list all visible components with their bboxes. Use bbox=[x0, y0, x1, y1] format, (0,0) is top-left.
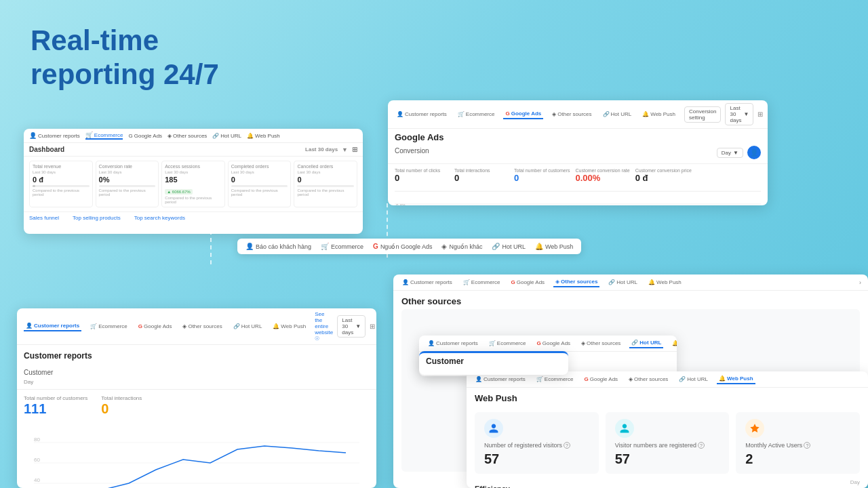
wp-nav-ecommerce[interactable]: 🛒 Ecommerce bbox=[534, 375, 576, 384]
dashboard-period: Last 30 days bbox=[305, 146, 338, 152]
dashboard-footer: Sales funnel Top selling products Top se… bbox=[24, 211, 363, 224]
gads-conversion: Conversion Day ▼ 👤 bbox=[388, 146, 768, 164]
day-btn[interactable]: Day ▼ bbox=[717, 148, 743, 158]
cr-subtitle-row: Customer Day bbox=[17, 364, 376, 390]
fnav-customer-label: Báo cáo khách hàng bbox=[256, 243, 311, 250]
footer-top-searches[interactable]: Top search keywords bbox=[134, 215, 185, 221]
wp-nav-customer[interactable]: 👤 Customer reports bbox=[473, 375, 528, 384]
wp-day-label: Day bbox=[850, 479, 860, 485]
nav-google-ads[interactable]: G Google Ads bbox=[128, 133, 162, 139]
wp-reg-label: Number of registered visitors ? bbox=[484, 442, 589, 449]
gads-metric-customers: Total number of customers 0 bbox=[514, 168, 570, 183]
fnav-ecommerce[interactable]: 🛒 Ecommerce bbox=[321, 243, 363, 250]
gads-metric-interactions: Total interactions 0 bbox=[454, 168, 509, 183]
cr-nav-webpush[interactable]: 🔔 Web Push bbox=[271, 322, 308, 331]
osrc-nav-top: 👤 Customer reports 🛒 Ecommerce G Google … bbox=[393, 274, 868, 291]
wp-person-check-icon bbox=[615, 419, 634, 438]
nav-web-push[interactable]: 🔔 Web Push bbox=[247, 133, 280, 139]
dashboard-nav: 👤 Customer reports 🛒 Ecommerce G Google … bbox=[24, 129, 363, 143]
fnav-customer-reports[interactable]: 👤 Báo cáo khách hàng bbox=[245, 243, 311, 250]
gads-nav-other[interactable]: ◈ Other sources bbox=[550, 110, 593, 119]
wp-info-icon1: ? bbox=[564, 442, 570, 449]
cr-interactions-label: Total interactions bbox=[101, 395, 142, 401]
hu-nav-google-ads[interactable]: G Google Ads bbox=[534, 339, 572, 348]
wp-metrics-row: Number of registered visitors ? 57 Visit… bbox=[467, 407, 868, 479]
wp-title-row: Web Push bbox=[467, 388, 868, 407]
gads-metric-clicks: Total number of clicks 0 bbox=[395, 168, 449, 183]
wp-title: Web Push bbox=[475, 393, 517, 403]
svg-text:80: 80 bbox=[34, 436, 40, 443]
gads-nav: 👤 Customer reports 🛒 Ecommerce G Google … bbox=[388, 100, 768, 129]
wp-efficiency-row: Efficiency bbox=[467, 479, 868, 488]
footer-top-products[interactable]: Top selling products bbox=[73, 215, 121, 221]
cr-nav-hoturl[interactable]: 🔗 Hot URL bbox=[231, 322, 264, 331]
cr-nav-ecommerce[interactable]: 🛒 Ecommerce bbox=[88, 322, 130, 331]
osrc-nav-hot-url[interactable]: 🔗 Hot URL bbox=[606, 278, 639, 287]
hero-title-line1: Real-time bbox=[31, 24, 219, 58]
gads-nav-hoturl[interactable]: 🔗 Hot URL bbox=[601, 110, 634, 119]
osrc-nav-web-push[interactable]: 🔔 Web Push bbox=[646, 278, 684, 287]
osrc-nav-ecommerce[interactable]: 🛒 Ecommerce bbox=[461, 278, 502, 287]
fnav-web-push[interactable]: 🔔 Web Push bbox=[535, 243, 573, 250]
hero-section: Real-time reporting 24/7 bbox=[31, 24, 219, 92]
fnav-other-label: Nguồn khác bbox=[449, 243, 482, 250]
cr-nav-other[interactable]: ◈ Other sources bbox=[180, 322, 224, 331]
cr-title: Customer reports bbox=[24, 351, 92, 361]
period-btn[interactable]: Last 30 days ▼ bbox=[725, 103, 753, 125]
connector-line-1 bbox=[210, 230, 212, 264]
fnav-hot-url[interactable]: 🔗 Hot URL bbox=[492, 243, 526, 250]
gads-conv-label: Conversion bbox=[395, 147, 429, 155]
cr-chart-area: 80 60 40 20 24 20 16 bbox=[17, 422, 376, 488]
metric-access-sessions: Access sessions Last 30 days 185 ▲ 6066.… bbox=[161, 161, 225, 207]
grid-icon[interactable]: ⊞ bbox=[757, 110, 763, 118]
cr-meta-row: Day bbox=[24, 379, 370, 385]
cr-period-btn[interactable]: Last 30 days ▼ bbox=[337, 315, 366, 338]
gads-title-row: Google Ads bbox=[388, 129, 768, 146]
hu-nav-other[interactable]: ◈ Other sources bbox=[579, 339, 623, 348]
fnav-google-ads[interactable]: G Nguồn Google Ads bbox=[373, 243, 432, 250]
metric-completed-orders: Completed orders Last 30 days 0 Compared… bbox=[228, 161, 292, 207]
day-label: Day bbox=[722, 150, 731, 156]
cr-nav: 👤 Customer reports 🛒 Ecommerce G Google … bbox=[17, 308, 376, 345]
gads-nav-customer[interactable]: 👤 Customer reports bbox=[395, 110, 449, 119]
gads-metric-conv-rate: Customer conversion rate 0.00% bbox=[575, 168, 629, 183]
wp-nav-google-ads[interactable]: G Google Ads bbox=[582, 375, 620, 384]
wp-efficiency-title: Efficiency bbox=[475, 485, 510, 488]
nav-hot-url[interactable]: 🔗 Hot URL bbox=[212, 133, 241, 139]
gads-title: Google Ads bbox=[395, 132, 443, 142]
dashboard-title: Dashboard bbox=[29, 146, 64, 153]
osrc-nav-customer[interactable]: 👤 Customer reports bbox=[400, 278, 454, 287]
see-all-link[interactable]: See the entire website ☉ bbox=[315, 311, 333, 342]
cr-period-label: Last 30 days bbox=[342, 317, 353, 336]
osrc-collapse-btn[interactable]: › bbox=[859, 279, 861, 286]
hu-nav: 👤 Customer reports 🛒 Ecommerce G Google … bbox=[419, 336, 677, 352]
conversion-setting-btn[interactable]: Conversion setting bbox=[684, 106, 721, 123]
cr-customers-value: 111 bbox=[24, 401, 87, 417]
nav-customer-reports[interactable]: 👤 Customer reports bbox=[29, 132, 80, 139]
hu-nav-web-push[interactable]: 🔔 Web Push bbox=[670, 339, 677, 348]
floating-nav-bar: 👤 Báo cáo khách hàng 🛒 Ecommerce G Nguồn… bbox=[237, 239, 581, 254]
nav-ecommerce[interactable]: 🛒 Ecommerce bbox=[85, 131, 123, 140]
wp-visitor-value: 57 bbox=[615, 451, 720, 467]
nav-other-sources[interactable]: ◈ Other sources bbox=[167, 133, 207, 139]
hu-nav-customer[interactable]: 👤 Customer reports bbox=[426, 339, 480, 348]
dashboard-card: 👤 Customer reports 🛒 Ecommerce G Google … bbox=[24, 129, 363, 234]
customer-reports-card: 👤 Customer reports 🛒 Ecommerce G Google … bbox=[17, 308, 376, 488]
wp-nav-web-push[interactable]: 🔔 Web Push bbox=[717, 374, 755, 384]
footer-sales-funnel[interactable]: Sales funnel bbox=[29, 215, 59, 221]
wp-nav-other[interactable]: ◈ Other sources bbox=[627, 375, 670, 384]
osrc-nav-google-ads[interactable]: G Google Ads bbox=[509, 278, 547, 287]
gads-nav-webpush[interactable]: 🔔 Web Push bbox=[640, 110, 677, 119]
wp-metric-visitor-reg: Visitor numbers are registered ? 57 bbox=[606, 412, 730, 474]
svg-text:-0.4%: -0.4% bbox=[395, 203, 406, 205]
hu-nav-ecommerce[interactable]: 🛒 Ecommerce bbox=[487, 339, 528, 348]
gads-nav-ecommerce[interactable]: 🛒 Ecommerce bbox=[456, 110, 497, 119]
wp-nav-hot-url[interactable]: 🔗 Hot URL bbox=[677, 375, 710, 384]
cr-subtitle: Customer bbox=[24, 369, 53, 376]
gads-nav-google-ads[interactable]: G Google Ads bbox=[503, 109, 543, 119]
fnav-other-sources[interactable]: ◈ Nguồn khác bbox=[441, 243, 482, 250]
cr-nav-customer[interactable]: 👤 Customer reports bbox=[24, 321, 81, 331]
osrc-nav-other-sources[interactable]: ◈ Other sources bbox=[553, 277, 599, 287]
hu-nav-hot-url[interactable]: 🔗 Hot URL bbox=[629, 338, 663, 348]
cr-nav-google-ads[interactable]: G Google Ads bbox=[136, 322, 174, 331]
